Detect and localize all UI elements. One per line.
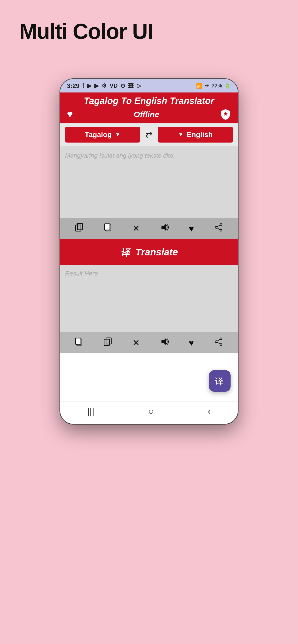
status-time: 3:29 bbox=[67, 82, 79, 90]
status-play-icon: ▷ bbox=[137, 82, 141, 89]
menu-icon: ||| bbox=[87, 406, 94, 416]
bottom-section: 译 bbox=[60, 354, 238, 401]
translate-button-label: Translate bbox=[135, 247, 178, 258]
share-result-button[interactable] bbox=[212, 336, 225, 349]
svg-line-23 bbox=[217, 342, 220, 344]
app-header-row: ♥ Offline bbox=[67, 108, 231, 120]
svg-marker-18 bbox=[162, 338, 166, 345]
fab-translate-button[interactable]: 译 bbox=[209, 370, 231, 392]
status-vb-icon: VD bbox=[110, 82, 117, 89]
source-placeholder: Mangyaring Isulat ang iyong teksto dito. bbox=[65, 151, 233, 161]
paste-to-input-button[interactable] bbox=[73, 222, 86, 235]
svg-rect-16 bbox=[104, 339, 109, 346]
source-language-button[interactable]: Tagalog ▼ bbox=[65, 127, 140, 142]
favorite-result-button[interactable]: ♥ bbox=[186, 337, 196, 349]
svg-point-20 bbox=[215, 341, 217, 342]
share-input-button[interactable] bbox=[212, 222, 225, 235]
svg-line-22 bbox=[217, 339, 220, 341]
svg-point-21 bbox=[220, 344, 222, 346]
result-placeholder: Result Here bbox=[65, 270, 233, 277]
wifi-icon: 📶 bbox=[196, 83, 203, 89]
svg-rect-17 bbox=[106, 338, 111, 344]
swap-languages-button[interactable]: ⇄ bbox=[144, 128, 154, 141]
clear-result-button[interactable]: ✕ bbox=[130, 337, 142, 349]
source-language-label: Tagalog bbox=[85, 130, 112, 139]
app-title: Tagalog To English Translator bbox=[67, 96, 231, 106]
copy-from-result-button[interactable] bbox=[73, 336, 86, 349]
source-toolbar: ✕ ♥ bbox=[60, 218, 238, 239]
airplane-icon: ✈ bbox=[205, 83, 209, 89]
battery-icon: 🔋 bbox=[225, 83, 231, 89]
svg-rect-14 bbox=[76, 338, 81, 344]
status-yt-icon: ▶ bbox=[94, 82, 99, 89]
svg-text:译: 译 bbox=[215, 376, 224, 386]
svg-line-11 bbox=[217, 228, 220, 230]
page-title: Multi Color UI bbox=[19, 19, 153, 44]
target-language-label: English bbox=[187, 130, 213, 139]
nav-menu-button[interactable]: ||| bbox=[87, 406, 94, 417]
translate-icon: 译 bbox=[120, 246, 131, 258]
navigation-bar: ||| ○ ‹ bbox=[60, 401, 238, 424]
back-icon: ‹ bbox=[208, 406, 211, 416]
phone-frame: 3:29 f ▶ ▶ ⚙ VD ⊙ 🖼 ▷ 📶 ✈ 77% 🔋 Tagalog … bbox=[60, 79, 238, 424]
status-bar: 3:29 f ▶ ▶ ⚙ VD ⊙ 🖼 ▷ 📶 ✈ 77% 🔋 bbox=[60, 79, 238, 92]
favorite-input-button[interactable]: ♥ bbox=[186, 222, 196, 234]
svg-rect-1 bbox=[76, 225, 81, 231]
svg-point-8 bbox=[215, 226, 217, 228]
status-at-icon: ⊙ bbox=[120, 82, 125, 89]
app-header: Tagalog To English Translator ♥ Offline bbox=[60, 92, 238, 124]
svg-point-9 bbox=[220, 229, 222, 231]
target-chevron-icon: ▼ bbox=[178, 132, 183, 138]
source-input-area[interactable]: Mangyaring Isulat ang iyong teksto dito. bbox=[60, 146, 238, 218]
status-vd-icon: ▶ bbox=[87, 82, 91, 89]
home-icon: ○ bbox=[148, 406, 154, 416]
status-img-icon: 🖼 bbox=[128, 82, 134, 89]
shield-star-icon bbox=[220, 109, 231, 120]
nav-back-button[interactable]: ‹ bbox=[208, 406, 211, 417]
speak-input-button[interactable] bbox=[158, 222, 171, 235]
source-chevron-icon: ▼ bbox=[115, 132, 120, 138]
svg-marker-6 bbox=[162, 224, 166, 231]
status-misc-icon: ⚙ bbox=[101, 82, 107, 89]
translate-button[interactable]: 译 Translate bbox=[60, 239, 238, 265]
svg-point-7 bbox=[220, 224, 222, 226]
result-output-area: Result Here bbox=[60, 265, 238, 332]
result-toolbar: ✕ ♥ bbox=[60, 332, 238, 354]
language-row: Tagalog ▼ ⇄ ▼ English bbox=[60, 124, 238, 146]
clear-input-button[interactable]: ✕ bbox=[130, 222, 142, 234]
offline-label: Offline bbox=[134, 110, 159, 119]
speak-result-button[interactable] bbox=[158, 336, 171, 349]
target-language-button[interactable]: ▼ English bbox=[158, 127, 233, 142]
nav-home-button[interactable]: ○ bbox=[148, 406, 154, 417]
svg-text:译: 译 bbox=[120, 248, 131, 258]
copy-from-input-button[interactable] bbox=[102, 222, 115, 234]
svg-point-19 bbox=[220, 338, 222, 340]
heart-icon[interactable]: ♥ bbox=[67, 108, 73, 120]
paste-to-result-button[interactable] bbox=[101, 336, 115, 349]
status-fb-icon: f bbox=[82, 82, 84, 89]
svg-rect-2 bbox=[77, 224, 83, 230]
svg-rect-4 bbox=[105, 224, 110, 230]
battery-percent: 77% bbox=[212, 83, 222, 89]
svg-line-10 bbox=[217, 225, 220, 227]
